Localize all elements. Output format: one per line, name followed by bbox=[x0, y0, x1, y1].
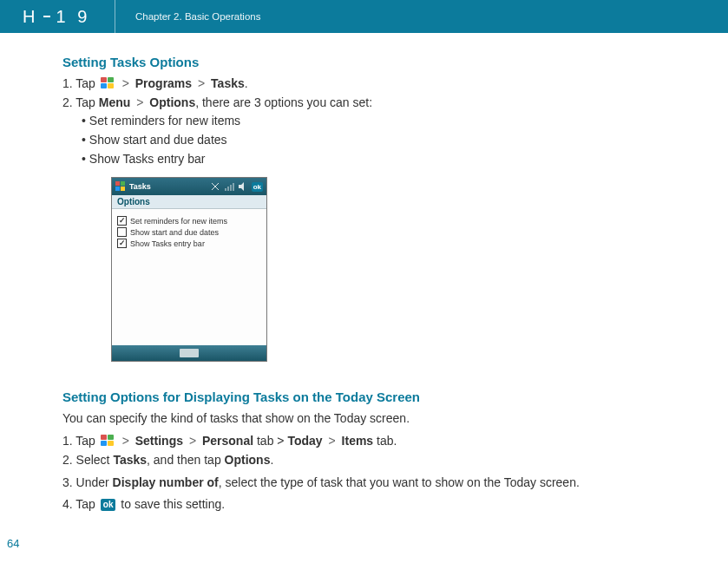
screenshot-footer bbox=[112, 345, 266, 361]
s2s3-post: , select the type of task that you want … bbox=[219, 475, 580, 489]
gt-icon: > bbox=[195, 76, 207, 90]
screenshot-subtitle: Options bbox=[112, 195, 266, 209]
gt-icon: > bbox=[120, 434, 132, 448]
options-bullet-list: Set reminders for new items Show start a… bbox=[82, 112, 711, 168]
s2-step-3: 3. Under Display number of, select the t… bbox=[62, 474, 711, 493]
s2s1-pre: 1. Tap bbox=[62, 434, 99, 448]
s2-step-1: 1. Tap > Settings > Personal tab > Today… bbox=[62, 432, 711, 451]
windows-start-icon[interactable] bbox=[115, 181, 126, 192]
signal-icon[interactable] bbox=[224, 181, 234, 192]
connectivity-icon[interactable] bbox=[210, 181, 220, 192]
s2s1-today: Today bbox=[287, 434, 322, 448]
gt-icon: > bbox=[134, 95, 146, 109]
option-row-entry-bar: ✓ Show Tasks entry bar bbox=[117, 239, 261, 248]
screenshot-body: ✓ Set reminders for new items Show start… bbox=[112, 209, 266, 345]
step2-menu: Menu bbox=[99, 95, 131, 109]
s2s2-end: . bbox=[270, 453, 273, 467]
bullet-show-dates: Show start and due dates bbox=[82, 131, 711, 150]
header-bar: H 1 9 Chapter 2. Basic Operations bbox=[0, 0, 728, 33]
keyboard-icon[interactable] bbox=[180, 349, 199, 357]
volume-icon[interactable] bbox=[238, 181, 248, 192]
step2-pre: 2. Tap bbox=[62, 95, 99, 109]
s2s3-bold: Display number of bbox=[113, 475, 219, 489]
s2s3-pre: 3. Under bbox=[62, 475, 113, 489]
logo-text: H bbox=[23, 7, 38, 27]
s2s1-tabword2: tab. bbox=[373, 434, 397, 448]
ok-button[interactable]: ok bbox=[252, 182, 263, 192]
checkbox-reminders[interactable]: ✓ bbox=[117, 216, 127, 226]
s2s1-items: Items bbox=[342, 434, 374, 448]
logo-text-2: 1 9 bbox=[56, 7, 90, 27]
step1-programs: Programs bbox=[135, 76, 192, 90]
gt-icon: > bbox=[326, 434, 338, 448]
gt-icon: > bbox=[120, 76, 132, 90]
section2-steps: 1. Tap > Settings > Personal tab > Today… bbox=[62, 432, 711, 514]
step2-post: , there are 3 options you can set: bbox=[195, 95, 372, 109]
windows-start-icon bbox=[101, 435, 115, 447]
checkbox-dates[interactable] bbox=[117, 227, 127, 237]
step2-options: Options bbox=[149, 95, 195, 109]
s2s2-tasks: Tasks bbox=[113, 453, 147, 467]
gt-icon: > bbox=[187, 434, 199, 448]
s2s4-post: to save this setting. bbox=[117, 497, 225, 511]
s2-step-2: 2. Select Tasks, and then tap Options. bbox=[62, 451, 711, 470]
s2s2-pre: 2. Select bbox=[62, 453, 113, 467]
option-row-reminders: ✓ Set reminders for new items bbox=[117, 216, 261, 226]
device-screenshot: Tasks ok Options ✓ Set reminders for new… bbox=[111, 177, 267, 362]
s2s1-personal: Personal bbox=[202, 434, 253, 448]
chapter-title: Chapter 2. Basic Operations bbox=[115, 11, 260, 22]
checkbox-label: Show start and due dates bbox=[130, 228, 219, 237]
section-title-today-screen: Setting Options for Displaying Tasks on … bbox=[62, 390, 711, 404]
ok-icon: ok bbox=[101, 499, 116, 511]
checkbox-entry-bar[interactable]: ✓ bbox=[117, 239, 127, 248]
step1-pre: 1. Tap bbox=[62, 76, 99, 90]
screenshot-title-bar: Tasks ok bbox=[112, 178, 266, 195]
page-number: 64 bbox=[7, 537, 711, 550]
s2s2-mid: , and then tap bbox=[147, 453, 225, 467]
windows-start-icon bbox=[101, 77, 115, 89]
step1-end: . bbox=[245, 76, 248, 90]
page-content: Setting Tasks Options 1. Tap > Programs … bbox=[0, 33, 728, 560]
screenshot-app-title: Tasks bbox=[129, 182, 151, 191]
s2-step-4: 4. Tap ok to save this setting. bbox=[62, 495, 711, 514]
bullet-show-entry-bar: Show Tasks entry bar bbox=[82, 150, 711, 169]
logo: H 1 9 bbox=[0, 7, 115, 27]
header-divider bbox=[115, 0, 115, 33]
step-2: 2. Tap Menu > Options, there are 3 optio… bbox=[62, 94, 711, 113]
step-1: 1. Tap > Programs > Tasks. bbox=[62, 75, 711, 94]
section2-intro: You can specify the kind of tasks that s… bbox=[62, 409, 711, 429]
s2s2-options: Options bbox=[225, 453, 271, 467]
section1-steps: 1. Tap > Programs > Tasks. 2. Tap Menu >… bbox=[62, 75, 711, 168]
bullet-set-reminders: Set reminders for new items bbox=[82, 112, 711, 131]
checkbox-label: Show Tasks entry bar bbox=[130, 239, 205, 248]
section-title-tasks-options: Setting Tasks Options bbox=[62, 55, 711, 69]
step1-tasks: Tasks bbox=[211, 76, 245, 90]
option-row-dates: Show start and due dates bbox=[117, 227, 261, 237]
s2s1-settings: Settings bbox=[135, 434, 183, 448]
s2s1-tabword1: tab > bbox=[253, 434, 287, 448]
logo-dash-icon bbox=[43, 16, 50, 17]
s2s4-pre: 4. Tap bbox=[62, 497, 99, 511]
svg-marker-6 bbox=[239, 182, 244, 191]
checkbox-label: Set reminders for new items bbox=[130, 217, 227, 226]
